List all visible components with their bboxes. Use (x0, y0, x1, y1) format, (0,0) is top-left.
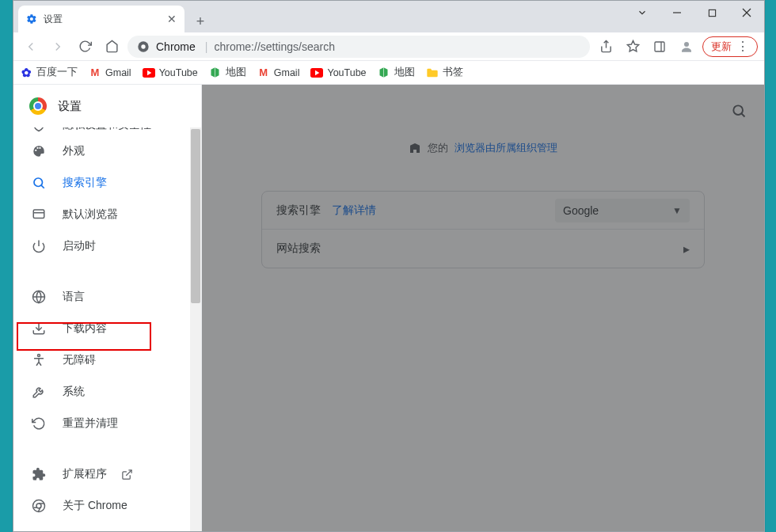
annotation-box (17, 322, 151, 351)
bookmark-icon (378, 66, 390, 79)
settings-sidebar: 设置 隐私设置和安全性 外观 搜索引擎 默认浏览器 (13, 85, 202, 531)
sidebar-item-extensions[interactable]: 扩展程序 (13, 458, 201, 490)
svg-point-5 (141, 44, 145, 48)
palette-icon (31, 144, 47, 158)
back-button[interactable] (20, 36, 42, 58)
tab-title: 设置 (44, 13, 167, 26)
home-button[interactable] (101, 36, 123, 58)
bookmark-icon: ✿ (20, 66, 32, 79)
sidebar-item-label: 系统 (63, 385, 85, 399)
menu-dots-icon[interactable]: ⋮ (736, 40, 749, 53)
bookmark-bookmarks-folder[interactable]: 书签 (426, 66, 463, 79)
bookmark-gmail2[interactable]: MGmail (257, 66, 300, 79)
sidebar-item-default-browser[interactable]: 默认浏览器 (13, 199, 201, 230)
sidebar-item-label: 关于 Chrome (63, 499, 127, 513)
svg-line-16 (41, 185, 44, 188)
profile-button[interactable] (675, 36, 698, 58)
sidebar-scrollbar-thumb[interactable] (191, 129, 200, 303)
bookmark-label: 地图 (226, 66, 246, 79)
omnibox-origin: Chrome (156, 40, 196, 53)
chrome-icon (137, 40, 150, 53)
sidebar-item-system[interactable]: 系统 (13, 376, 201, 408)
bookmark-icon (426, 66, 439, 79)
sidebar-item-search-engine[interactable]: 搜索引擎 (13, 167, 201, 199)
sidebar-item-language[interactable]: 语言 (13, 281, 201, 313)
bookmark-label: Gmail (105, 67, 131, 78)
bookmark-label: 地图 (394, 66, 415, 79)
svg-rect-1 (709, 10, 715, 16)
bookmark-maps[interactable]: 地图 (209, 66, 246, 79)
sidebar-item-label: 隐私设置和安全性 (63, 127, 151, 132)
sidebar-item-label: 启动时 (63, 239, 96, 253)
minimize-button[interactable] (660, 1, 694, 25)
svg-point-10 (684, 42, 689, 47)
sidebar-item-label: 语言 (63, 290, 85, 304)
sidebar-header: 设置 (13, 85, 201, 127)
omnibox-url: chrome://settings/search (214, 40, 335, 53)
new-tab-button[interactable]: + (189, 10, 211, 32)
svg-marker-7 (627, 40, 638, 51)
bookmark-maps2[interactable]: 地图 (378, 66, 415, 79)
sidebar-item-label: 搜索引擎 (63, 176, 107, 190)
gear-icon (26, 13, 37, 25)
maximize-button[interactable] (694, 1, 729, 25)
svg-rect-8 (655, 42, 664, 51)
bookmark-baidu[interactable]: ✿百度一下 (20, 66, 78, 79)
sidebar-item-label: 重置并清理 (63, 416, 118, 431)
svg-point-15 (34, 178, 43, 187)
bookmarks-bar: ✿百度一下MGmailYouTube地图MGmailYouTube地图书签 (13, 61, 764, 85)
settings-main: 您的 浏览器由所属组织管理 搜索引擎 了解详情 Google ▼ (202, 85, 764, 531)
svg-rect-17 (33, 210, 44, 218)
sidebar-item-label-ext: 扩展程序 (63, 467, 133, 481)
sidebar-item-label: 默认浏览器 (63, 207, 118, 222)
power-icon (31, 239, 47, 253)
sidebar-item-about[interactable]: 关于 Chrome (13, 490, 201, 522)
bookmark-icon: M (257, 66, 270, 79)
sidebar-item-appearance[interactable]: 外观 (13, 135, 201, 167)
bookmark-youtube[interactable]: YouTube (143, 66, 198, 79)
bookmark-label: 百度一下 (36, 66, 78, 79)
bookmark-label: YouTube (159, 67, 198, 78)
accessibility-icon (31, 353, 47, 367)
tab-search-button[interactable] (625, 1, 660, 25)
restore-icon (31, 416, 47, 431)
sidebar-item-reset[interactable]: 重置并清理 (13, 408, 201, 439)
bookmark-youtube2[interactable]: YouTube (310, 66, 366, 79)
update-button[interactable]: 更新 ⋮ (702, 36, 758, 57)
sidebar-item-label: 外观 (63, 144, 85, 158)
svg-point-23 (38, 355, 40, 357)
forward-button[interactable] (47, 36, 69, 58)
sidebar-scrollbar[interactable] (190, 127, 201, 531)
share-button[interactable] (595, 36, 617, 58)
wrench-icon (31, 385, 47, 399)
bookmark-star-button[interactable] (622, 36, 644, 58)
browser-tab[interactable]: 设置 ✕ (18, 6, 184, 32)
close-window-button[interactable] (729, 1, 764, 25)
shield-icon (31, 127, 47, 132)
external-link-icon (121, 469, 133, 481)
chrome-logo-icon (29, 97, 47, 115)
bookmark-gmail[interactable]: MGmail (89, 66, 131, 79)
svg-line-24 (126, 469, 131, 475)
address-bar[interactable]: Chrome | chrome://settings/search (127, 36, 590, 58)
bookmark-icon (143, 66, 155, 79)
chrome-outline-icon (31, 499, 47, 513)
sidebar-title: 设置 (58, 99, 82, 114)
browser-icon (31, 207, 47, 222)
update-label: 更新 (711, 40, 732, 54)
search-icon (31, 176, 47, 190)
overlay-scrim[interactable] (202, 85, 764, 531)
bookmark-label: Gmail (274, 67, 300, 78)
close-tab-icon[interactable]: ✕ (167, 13, 177, 25)
globe-icon (31, 290, 47, 304)
sidebar-item-privacy[interactable]: 隐私设置和安全性 (13, 127, 201, 135)
puzzle-icon (31, 467, 47, 481)
bookmark-icon (310, 66, 323, 79)
sidebar-item-startup[interactable]: 启动时 (13, 230, 201, 262)
sidebar-item-label: 无障碍 (63, 353, 96, 367)
bookmark-icon: M (89, 66, 101, 79)
reload-button[interactable] (74, 36, 96, 58)
bookmark-icon (209, 66, 222, 79)
omnibox-separator: | (205, 40, 208, 53)
side-panel-button[interactable] (649, 36, 671, 58)
